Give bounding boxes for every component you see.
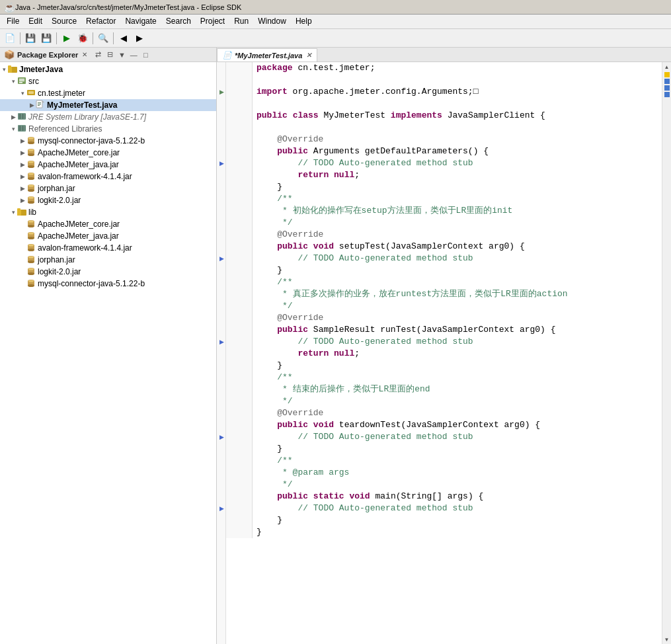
save-btn[interactable]: 💾 <box>23 31 38 46</box>
menu-item-edit[interactable]: Edit <box>24 15 46 28</box>
code-text-9[interactable]: return null; <box>253 169 360 181</box>
code-text-33[interactable]: /** <box>253 455 293 467</box>
code-text-3[interactable] <box>253 98 262 110</box>
tree-arrow-jar5[interactable]: ▶ <box>19 185 26 192</box>
code-text-6[interactable]: @Override <box>253 134 323 145</box>
menu-item-help[interactable]: Help <box>292 15 316 28</box>
code-text-23[interactable]: // TODO Auto-generated method stub <box>253 336 473 348</box>
tree-item-jar3[interactable]: ▶ApacheJMeter_java.jar <box>0 159 216 171</box>
tree-item-jar1[interactable]: ▶mysql-connector-java-5.1.22-b <box>0 135 216 147</box>
menu-item-search[interactable]: Search <box>162 15 195 28</box>
editor-tab-main[interactable]: 📄 *MyJmeterTest.java ✕ <box>217 48 317 61</box>
fwd-btn[interactable]: ▶ <box>132 31 147 46</box>
code-text-5[interactable] <box>253 122 262 134</box>
code-text-29[interactable]: @Override <box>253 407 323 419</box>
code-text-11[interactable]: /** <box>253 193 293 205</box>
menu-item-source[interactable]: Source <box>48 15 81 28</box>
code-text-18[interactable]: /** <box>253 276 293 288</box>
menu-item-project[interactable]: Project <box>196 15 229 28</box>
tree-item-lib-jar1[interactable]: ApacheJMeter_core.jar <box>0 218 216 230</box>
code-text-35[interactable]: */ <box>253 479 293 491</box>
search-btn[interactable]: 🔍 <box>96 31 110 46</box>
menu-item-navigate[interactable]: Navigate <box>121 15 160 28</box>
code-text-15[interactable]: public void setupTest(JavaSamplerContext… <box>253 241 525 253</box>
new-btn[interactable]: 📄 <box>3 31 17 46</box>
code-text-25[interactable]: } <box>253 360 282 372</box>
menu-btn[interactable]: ▼ <box>116 50 127 60</box>
tree-item-lib-jar6[interactable]: mysql-connector-java-5.1.22-b <box>0 278 216 290</box>
tree-arrow-main-file[interactable]: ▶ <box>28 102 36 108</box>
code-text-39[interactable]: } <box>253 526 262 538</box>
package-explorer-tab-x[interactable]: ✕ <box>82 51 87 58</box>
tree-item-ref-libs[interactable]: ▾Referenced Libraries <box>0 123 216 135</box>
scroll-up-btn[interactable]: ▲ <box>662 62 672 71</box>
tree-arrow-ref-libs[interactable]: ▾ <box>9 126 17 132</box>
minimize-btn[interactable]: — <box>128 50 139 60</box>
tree-item-pkg[interactable]: ▾cn.test.jmeter <box>0 87 216 99</box>
collapse-btn[interactable]: ⊟ <box>104 50 115 60</box>
code-text-10[interactable]: } <box>253 181 282 193</box>
code-text-20[interactable]: */ <box>253 300 293 312</box>
code-text-21[interactable]: @Override <box>253 312 323 324</box>
tree-item-jar6[interactable]: ▶logkit-2.0.jar <box>0 194 216 206</box>
code-text-7[interactable]: public Arguments getDefaultParameters() … <box>253 145 489 157</box>
code-text-22[interactable]: public SampleResult runTest(JavaSamplerC… <box>253 324 556 336</box>
tree-item-lib-jar4[interactable]: jorphan.jar <box>0 254 216 266</box>
code-text-26[interactable]: /** <box>253 372 293 383</box>
tree-arrow-jar4[interactable]: ▶ <box>19 173 26 180</box>
code-text-17[interactable]: } <box>253 264 282 276</box>
code-text-31[interactable]: // TODO Auto-generated method stub <box>253 431 473 443</box>
code-text-30[interactable]: public void teardownTest(JavaSamplerCont… <box>253 419 540 431</box>
maximize-btn[interactable]: □ <box>140 50 151 60</box>
code-text-27[interactable]: * 结束的后操作，类似于LR里面的end <box>253 383 430 395</box>
tree-arrow-pkg[interactable]: ▾ <box>19 90 26 97</box>
code-text-36[interactable]: public static void main(String[] args) { <box>253 491 483 503</box>
code-text-12[interactable]: * 初始化的操作写在setup方法里面，类似于LR里面的init <box>253 205 512 217</box>
tree-item-jar4[interactable]: ▶avalon-framework-4.1.4.jar <box>0 171 216 182</box>
tree-item-lib-jar3[interactable]: avalon-framework-4.1.4.jar <box>0 242 216 254</box>
tree-arrow-jre[interactable]: ▶ <box>9 114 17 120</box>
code-text-19[interactable]: * 真正多次操作的业务，放在runtest方法里面，类似于LR里面的action <box>253 288 568 300</box>
tree-item-lib-jar2[interactable]: ApacheJMeter_java.jar <box>0 230 216 242</box>
code-text-37[interactable]: // TODO Auto-generated method stub <box>253 503 473 514</box>
menu-item-file[interactable]: File <box>3 15 23 28</box>
code-text-1[interactable] <box>253 74 262 86</box>
tree-arrow-src[interactable]: ▾ <box>9 78 17 85</box>
tree-arrow-jar2[interactable]: ▶ <box>19 149 26 156</box>
code-text-28[interactable]: */ <box>253 395 293 407</box>
menu-item-window[interactable]: Window <box>254 15 290 28</box>
package-explorer-tab-label[interactable]: Package Explorer <box>17 51 78 59</box>
code-text-13[interactable]: */ <box>253 217 293 229</box>
tree-item-lib[interactable]: ▾lib <box>0 206 216 218</box>
menu-item-run[interactable]: Run <box>230 15 253 28</box>
tree-item-jre[interactable]: ▶JRE System Library [JavaSE-1.7] <box>0 111 216 123</box>
code-text-16[interactable]: // TODO Auto-generated method stub <box>253 253 473 264</box>
tab-close-btn[interactable]: ✕ <box>306 52 311 59</box>
tree-item-jar2[interactable]: ▶ApacheJMeter_core.jar <box>0 147 216 159</box>
sync-btn[interactable]: ⇄ <box>93 50 103 60</box>
tree-arrow-jar1[interactable]: ▶ <box>19 138 26 144</box>
scroll-down-btn[interactable]: ▼ <box>662 635 672 644</box>
code-text-38[interactable]: } <box>253 514 282 526</box>
tree-arrow-jmeter-java[interactable]: ▾ <box>0 66 8 73</box>
code-text-0[interactable]: package cn.test.jmeter; <box>253 62 375 74</box>
tree-arrow-jar3[interactable]: ▶ <box>19 161 26 168</box>
tree-arrow-lib[interactable]: ▾ <box>9 209 17 216</box>
tree-item-jar5[interactable]: ▶jorphan.jar <box>0 182 216 194</box>
code-text-8[interactable]: // TODO Auto-generated method stub <box>253 157 473 169</box>
code-text-32[interactable]: } <box>253 443 282 455</box>
tree-item-main-file[interactable]: ▶MyJmeterTest.java <box>0 99 216 111</box>
run-btn[interactable]: ▶ <box>59 31 74 46</box>
code-text-2[interactable]: import org.apache.jmeter.config.Argument… <box>253 86 478 98</box>
back-btn[interactable]: ◀ <box>116 31 131 46</box>
tree-item-lib-jar5[interactable]: logkit-2.0.jar <box>0 266 216 278</box>
tree-item-jmeter-java[interactable]: ▾JmeterJava <box>0 63 216 75</box>
save-all-btn[interactable]: 💾 <box>39 31 54 46</box>
code-text-4[interactable]: public class MyJmeterTest implements Jav… <box>253 110 545 122</box>
menu-item-refactor[interactable]: Refactor <box>82 15 120 28</box>
code-text-34[interactable]: * @param args <box>253 467 349 479</box>
tree-arrow-jar6[interactable]: ▶ <box>19 197 26 204</box>
debug-btn[interactable]: 🐞 <box>75 31 90 46</box>
code-text-14[interactable]: @Override <box>253 229 323 241</box>
code-text-24[interactable]: return null; <box>253 348 360 360</box>
